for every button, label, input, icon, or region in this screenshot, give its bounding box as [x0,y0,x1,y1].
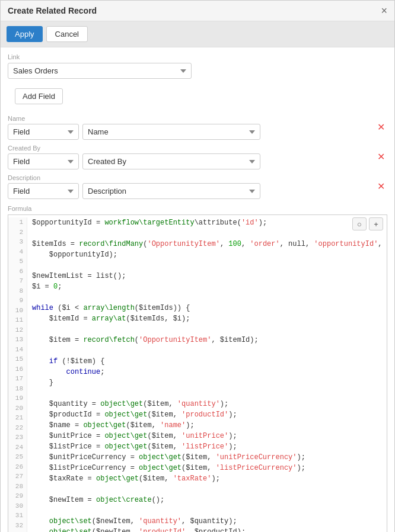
code-line [32,345,382,356]
code-line: $unitPrice = object\get($item, 'unitPric… [32,431,382,441]
code-line: } [32,377,382,388]
line-number: 14 [11,345,23,355]
formula-label: Formula [8,205,387,212]
code-line: $item = record\fetch('OpportunityItem', … [32,335,382,345]
line-number: 16 [11,364,23,374]
code-line: $listPrice = object\get($item, 'listPric… [32,441,382,452]
code-container: 1234567891011121314151617181920212223242… [8,215,387,532]
line-number: 22 [11,423,23,433]
field-value-created-by[interactable]: Created By [82,153,260,169]
code-line: $opportunityId); [32,249,382,260]
line-number: 32 [11,521,23,531]
line-numbers: 1234567891011121314151617181920212223242… [8,217,27,532]
toolbar: Apply Cancel [1,21,394,47]
field-type-name[interactable]: Field [8,124,79,140]
code-line: $listPriceCurrency = object\get($item, '… [32,463,382,473]
line-number: 5 [11,257,23,267]
code-line: $i = 0; [32,281,382,292]
line-number: 20 [11,403,23,414]
line-number: 18 [11,384,23,394]
line-number: 26 [11,462,23,472]
field-value-description[interactable]: Description [82,183,260,199]
code-line: $unitPriceCurrency = object\get($item, '… [32,452,382,463]
code-line: object\set($newItem, 'productId', $produ… [32,527,382,532]
code-line: $quantity = object\get($item, 'quantity'… [32,399,382,409]
formula-toolbar: ○ + [352,217,383,230]
field-label-name: Name [8,115,370,122]
code-line [32,228,382,239]
remove-name-button[interactable]: ✕ [375,123,387,132]
code-line [32,260,382,271]
link-section: Link Sales Orders [1,47,394,81]
line-number: 2 [11,227,23,238]
formula-area[interactable]: ○ + 123456789101112131415161718192021222… [8,214,387,532]
line-number: 12 [11,325,23,335]
close-button[interactable]: × [381,5,387,16]
code-line: $taxRate = object\get($item, 'taxRate'); [32,473,382,484]
code-line [32,505,382,516]
formula-circle-button[interactable]: ○ [352,217,367,230]
line-number: 23 [11,432,23,443]
line-number: 4 [11,247,23,257]
line-number: 8 [11,286,23,296]
code-line [32,292,382,303]
code-line: $name = object\get($item, 'name'); [32,420,382,431]
line-number: 6 [11,267,23,277]
line-number: 24 [11,443,23,453]
formula-section: Formula ○ + 1234567891011121314151617181… [1,201,394,532]
field-row-name: Name Field Name ✕ [1,113,394,142]
apply-button[interactable]: Apply [7,26,43,42]
code-line: $opportunityId = workflow\targetEntity\a… [32,217,382,228]
line-number: 31 [11,511,23,521]
remove-description-button[interactable]: ✕ [375,182,387,191]
line-number: 25 [11,452,23,462]
dialog-header: Create Related Record × [1,1,394,21]
formula-plus-button[interactable]: + [369,217,383,230]
line-number: 30 [11,501,23,511]
code-line: continue; [32,367,382,377]
field-label-created-by: Created By [8,145,370,152]
code-line: $newItem = object\create(); [32,495,382,505]
field-type-description[interactable]: Field [8,183,79,199]
code-line [32,484,382,495]
dialog: Create Related Record × Apply Cancel Lin… [0,0,395,532]
line-number: 27 [11,472,23,482]
cancel-button[interactable]: Cancel [46,26,88,42]
field-row-created-by: Created By Field Created By ✕ [1,142,394,172]
code-lines[interactable]: $opportunityId = workflow\targetEntity\a… [27,217,387,532]
line-number: 3 [11,237,23,247]
line-number: 7 [11,276,23,286]
line-number: 28 [11,482,23,492]
code-line: if (!$item) { [32,356,382,367]
line-number: 1 [11,217,23,227]
code-line: $itemIds = record\findMany('OpportunityI… [32,239,382,249]
link-select[interactable]: Sales Orders [8,63,192,79]
code-line: $itemId = array\at($itemIds, $i); [32,313,382,324]
line-number: 9 [11,296,23,306]
dialog-title: Create Related Record [8,6,97,15]
line-number: 13 [11,335,23,345]
field-type-created-by[interactable]: Field [8,153,79,169]
field-row-description: Description Field Description ✕ [1,172,394,201]
line-number: 15 [11,354,23,364]
field-value-name[interactable]: Name [82,124,260,140]
line-number: 19 [11,393,23,403]
code-line: $newItemList = list(); [32,271,382,281]
code-line [32,388,382,399]
link-label: Link [8,53,387,60]
line-number: 29 [11,491,23,501]
add-field-button[interactable]: Add Field [15,88,63,104]
line-number: 11 [11,315,23,325]
line-number: 17 [11,374,23,384]
code-line: while ($i < array\length($itemIds)) { [32,303,382,313]
code-line: $productId = object\get($item, 'productI… [32,409,382,420]
code-line [32,324,382,335]
line-number: 21 [11,413,23,423]
remove-created-by-button[interactable]: ✕ [375,152,387,162]
line-number: 10 [11,306,23,316]
field-label-description: Description [8,174,370,181]
code-line: object\set($newItem, 'quantity', $quanti… [32,516,382,527]
